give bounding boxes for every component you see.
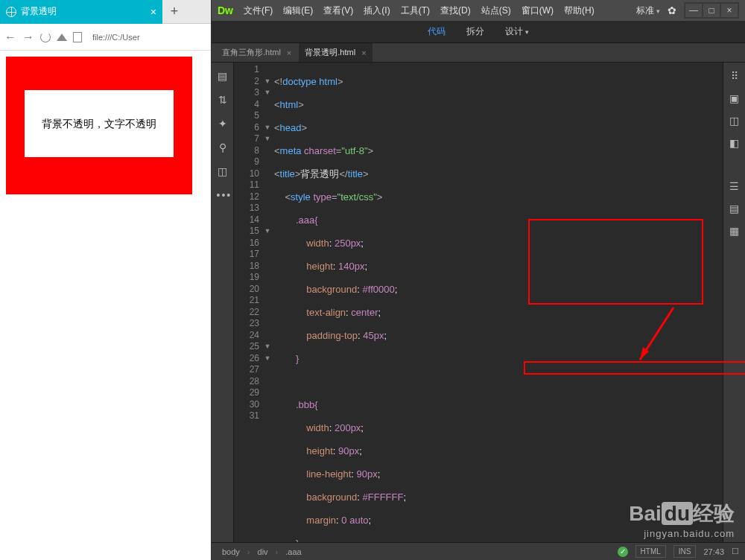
home-icon[interactable] xyxy=(57,34,67,41)
crumb-body[interactable]: body xyxy=(218,546,244,558)
close-tab-icon[interactable]: × xyxy=(150,6,156,18)
status-position: 27:43 xyxy=(703,547,724,556)
menu-window[interactable]: 窗口(W) xyxy=(522,4,554,17)
address-bar[interactable]: file:///C:/User xyxy=(88,33,206,42)
comment-icon[interactable]: ◫ xyxy=(217,165,229,177)
code-editor[interactable]: 1234567891011121314151617181920212223242… xyxy=(234,63,723,542)
menu-find[interactable]: 查找(D) xyxy=(440,4,471,17)
crumb-div[interactable]: div xyxy=(253,546,273,558)
browser-viewport: 背景不透明，文字不透明 xyxy=(0,51,211,200)
layout-dropdown[interactable]: 标准 ▾ xyxy=(636,4,660,17)
view-code[interactable]: 代码 xyxy=(428,25,446,38)
dw-logo: Dw xyxy=(218,4,233,16)
dreamweaver-window: Dw 文件(F) 编辑(E) 查看(V) 插入(I) 工具(T) 查找(D) 站… xyxy=(212,0,745,560)
close-icon[interactable]: × xyxy=(361,48,366,57)
close-icon[interactable]: × xyxy=(287,48,291,57)
fold-gutter: ▼▼▼▼▼▼▼ xyxy=(262,63,273,422)
gear-icon[interactable]: ✿ xyxy=(668,4,676,16)
tab-title: 背景透明 xyxy=(21,5,57,18)
menu-help[interactable]: 帮助(H) xyxy=(564,4,595,17)
more-icon[interactable]: ••• xyxy=(217,189,229,201)
line-gutter: 1234567891011121314151617181920212223242… xyxy=(234,63,262,422)
view-design[interactable]: 设计 ▾ xyxy=(505,25,529,38)
left-toolbar: ▤ ⇅ ✦ ⚲ ◫ ••• xyxy=(212,63,234,542)
css-icon[interactable]: ☰ xyxy=(729,180,741,192)
preview-outer-box: 背景不透明，文字不透明 xyxy=(6,57,192,194)
image-icon[interactable]: ▣ xyxy=(729,92,741,104)
sort-icon[interactable]: ⇅ xyxy=(217,94,229,106)
window-controls: — □ × xyxy=(684,2,739,19)
menu-tools[interactable]: 工具(T) xyxy=(401,4,430,17)
view-split[interactable]: 拆分 xyxy=(466,25,484,38)
menu-edit[interactable]: 编辑(E) xyxy=(283,4,313,17)
menu-view[interactable]: 查看(V) xyxy=(323,4,353,17)
pin-icon[interactable]: ⚲ xyxy=(217,141,229,153)
menu-file[interactable]: 文件(F) xyxy=(244,4,273,17)
tab-label: 直角三角形.html xyxy=(222,47,281,58)
view-switcher: 代码 拆分 设计 ▾ xyxy=(212,21,745,43)
status-ok-icon[interactable]: ✓ xyxy=(618,547,628,557)
calendar-icon[interactable]: ▦ xyxy=(729,225,741,237)
document-tabs: 直角三角形.html × 背景透明.html × xyxy=(212,43,745,63)
menu-site[interactable]: 站点(S) xyxy=(481,4,511,17)
doc-tab-2[interactable]: 背景透明.html × xyxy=(299,43,372,62)
wand-icon[interactable]: ✦ xyxy=(217,118,229,130)
files-icon[interactable]: ▤ xyxy=(729,203,741,214)
snippets-icon[interactable]: ◧ xyxy=(729,137,741,149)
doc-tab-1[interactable]: 直角三角形.html × xyxy=(216,43,297,62)
nav-back-icon[interactable]: ← xyxy=(4,31,16,44)
reader-icon[interactable] xyxy=(73,32,82,42)
main-area: ▤ ⇅ ✦ ⚲ ◫ ••• 12345678910111213141516171… xyxy=(212,63,745,542)
file-manage-icon[interactable]: ▤ xyxy=(217,70,229,82)
maximize-button[interactable]: □ xyxy=(703,4,720,17)
browser-toolbar: ← → file:///C:/User xyxy=(0,24,211,51)
status-lang[interactable]: HTML xyxy=(635,545,666,558)
close-button[interactable]: × xyxy=(721,4,738,17)
status-ins[interactable]: INS xyxy=(673,545,697,558)
tab-label: 背景透明.html xyxy=(305,47,355,58)
dw-titlebar: Dw 文件(F) 编辑(E) 查看(V) 插入(I) 工具(T) 查找(D) 站… xyxy=(212,0,745,21)
layers-icon[interactable]: ◫ xyxy=(729,115,741,127)
site-icon[interactable]: ⠿ xyxy=(729,70,741,82)
preview-inner-box: 背景不透明，文字不透明 xyxy=(25,90,174,157)
code-lines: <!doctype html> <html> <head> <meta char… xyxy=(274,64,723,542)
status-bar: body › div › .aaa ✓ HTML INS 27:43 ☐ xyxy=(212,542,745,560)
status-screen-icon[interactable]: ☐ xyxy=(732,547,739,556)
browser-tab-active[interactable]: 背景透明 × xyxy=(0,0,162,24)
new-tab-button[interactable]: + xyxy=(162,4,186,19)
right-toolbar: ⠿ ▣ ◫ ◧ ☰ ▤ ▦ xyxy=(723,63,745,542)
refresh-icon[interactable] xyxy=(40,32,51,42)
browser-preview-panel: 背景透明 × + ← → file:///C:/User 背景不透明，文字不透明 xyxy=(0,0,212,560)
watermark: Baidu经验 jingyan.baidu.com xyxy=(629,500,735,539)
browser-tab-bar: 背景透明 × + xyxy=(0,0,211,24)
minimize-button[interactable]: — xyxy=(685,4,702,17)
nav-forward-icon[interactable]: → xyxy=(22,31,34,44)
globe-icon xyxy=(6,7,16,17)
menu-insert[interactable]: 插入(I) xyxy=(364,4,390,17)
crumb-class[interactable]: .aaa xyxy=(281,546,305,558)
